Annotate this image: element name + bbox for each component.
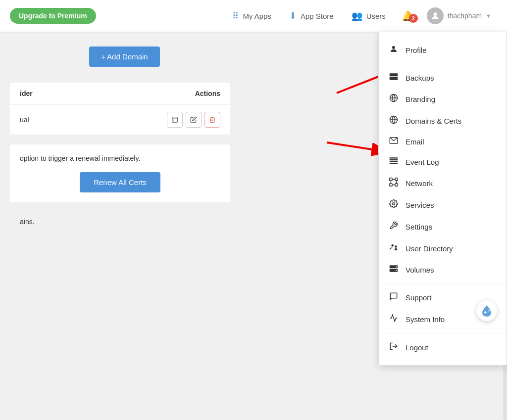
- menu-user-directory-label: User Directory: [406, 244, 453, 253]
- menu-email-label: Email: [406, 138, 424, 146]
- renew-all-certs-button[interactable]: Renew All Certs: [80, 172, 160, 192]
- svg-rect-9: [390, 73, 398, 76]
- dropdown-section-profile: Profile: [379, 36, 507, 64]
- menu-item-domains[interactable]: Domains & Certs: [379, 110, 507, 132]
- menu-logout-label: Logout: [406, 343, 428, 352]
- nav-my-apps[interactable]: ⠿ My Apps: [223, 10, 280, 21]
- menu-item-profile[interactable]: Profile: [379, 39, 507, 61]
- svg-rect-16: [390, 157, 398, 158]
- nav-users[interactable]: 👥 Users: [343, 10, 395, 21]
- menu-item-network[interactable]: Network: [379, 172, 507, 194]
- menu-item-email[interactable]: Email: [379, 132, 507, 151]
- view-button[interactable]: [167, 112, 183, 128]
- menu-network-label: Network: [406, 179, 433, 187]
- domain-name: ual: [20, 116, 167, 124]
- renewal-card: option to trigger a renewal immediately.…: [10, 144, 230, 202]
- notification-bell[interactable]: 🔔 2: [395, 10, 421, 22]
- menu-support-label: Support: [406, 293, 432, 302]
- domains-icon: [389, 115, 399, 126]
- menu-item-branding[interactable]: Branding: [379, 88, 507, 110]
- menu-system-info-label: System Info: [406, 315, 445, 324]
- svg-rect-10: [390, 77, 398, 80]
- table-header: ider Actions: [10, 83, 230, 105]
- settings-icon: [389, 221, 399, 232]
- svg-rect-5: [172, 117, 178, 123]
- nav-users-label: Users: [366, 12, 386, 20]
- backups-icon: [389, 73, 399, 83]
- dropdown-arrow-icon: ▼: [486, 13, 491, 19]
- menu-item-settings[interactable]: Settings: [379, 216, 507, 237]
- network-icon: [389, 178, 399, 188]
- branding-icon: [389, 93, 399, 104]
- svg-rect-18: [390, 161, 398, 162]
- menu-profile-label: Profile: [406, 46, 427, 54]
- col-provider-header: ider: [20, 90, 195, 97]
- menu-backups-label: Backups: [406, 74, 434, 82]
- table-row: ual: [10, 105, 230, 135]
- users-icon: 👥: [352, 10, 362, 21]
- username-label: thachpham: [448, 12, 482, 20]
- svg-point-8: [392, 46, 395, 49]
- renewal-text: option to trigger a renewal immediately.: [20, 154, 220, 162]
- svg-rect-17: [390, 159, 398, 160]
- delete-button[interactable]: [204, 112, 220, 128]
- menu-services-label: Services: [406, 201, 434, 209]
- app-store-icon: ⬇: [289, 10, 297, 21]
- menu-branding-label: Branding: [406, 95, 435, 103]
- menu-item-volumes[interactable]: Volumes: [379, 259, 507, 280]
- svg-point-30: [395, 245, 397, 248]
- menu-domains-label: Domains & Certs: [406, 117, 461, 125]
- water-drop-button[interactable]: ✦: [476, 300, 497, 321]
- col-actions-header: Actions: [195, 90, 220, 97]
- dropdown-section-main: Backups Branding Domains & Certs Email E: [379, 64, 507, 283]
- svg-rect-19: [390, 163, 398, 164]
- svg-point-34: [396, 270, 397, 271]
- edit-button[interactable]: [186, 112, 202, 128]
- notification-badge: 2: [409, 14, 418, 23]
- add-domain-button[interactable]: + Add Domain: [89, 47, 160, 67]
- nav-app-store[interactable]: ⬇ App Store: [280, 10, 343, 21]
- svg-point-33: [396, 266, 397, 267]
- bottom-text: ains.: [15, 218, 40, 226]
- email-icon: [389, 137, 399, 146]
- eventlog-icon: [389, 157, 399, 167]
- avatar: [427, 7, 444, 24]
- svg-rect-20: [390, 178, 392, 181]
- system-info-icon: [389, 314, 399, 325]
- svg-point-0: [433, 12, 437, 16]
- action-buttons: [167, 112, 220, 128]
- user-menu-trigger[interactable]: thachpham ▼: [421, 7, 497, 24]
- dropdown-section-logout: Logout: [379, 333, 507, 361]
- svg-rect-21: [395, 178, 398, 181]
- volumes-icon: [389, 265, 399, 275]
- nav-my-apps-label: My Apps: [243, 12, 271, 20]
- svg-text:✦: ✦: [483, 310, 487, 315]
- menu-settings-label: Settings: [406, 223, 432, 231]
- svg-rect-23: [395, 184, 398, 186]
- logout-icon: [389, 342, 399, 353]
- upgrade-button[interactable]: Upgrade to Premium: [10, 8, 96, 24]
- menu-eventlog-label: Event Log: [406, 158, 439, 166]
- menu-item-user-directory[interactable]: User Directory: [379, 237, 507, 259]
- svg-rect-22: [390, 184, 392, 186]
- svg-point-28: [393, 203, 395, 205]
- user-directory-icon: [389, 243, 399, 254]
- svg-point-29: [392, 244, 394, 247]
- support-icon: [389, 292, 399, 303]
- my-apps-icon: ⠿: [232, 10, 239, 21]
- domain-table-card: ider Actions ual: [10, 83, 230, 135]
- services-icon: [389, 199, 399, 210]
- menu-item-services[interactable]: Services: [379, 194, 507, 216]
- menu-item-backups[interactable]: Backups: [379, 67, 507, 88]
- menu-item-eventlog[interactable]: Event Log: [379, 151, 507, 172]
- navbar: Upgrade to Premium ⠿ My Apps ⬇ App Store…: [0, 0, 507, 32]
- menu-volumes-label: Volumes: [406, 266, 434, 274]
- profile-icon: [389, 45, 399, 55]
- nav-app-store-label: App Store: [301, 12, 334, 20]
- menu-item-logout[interactable]: Logout: [379, 336, 507, 358]
- svg-point-36: [488, 310, 490, 312]
